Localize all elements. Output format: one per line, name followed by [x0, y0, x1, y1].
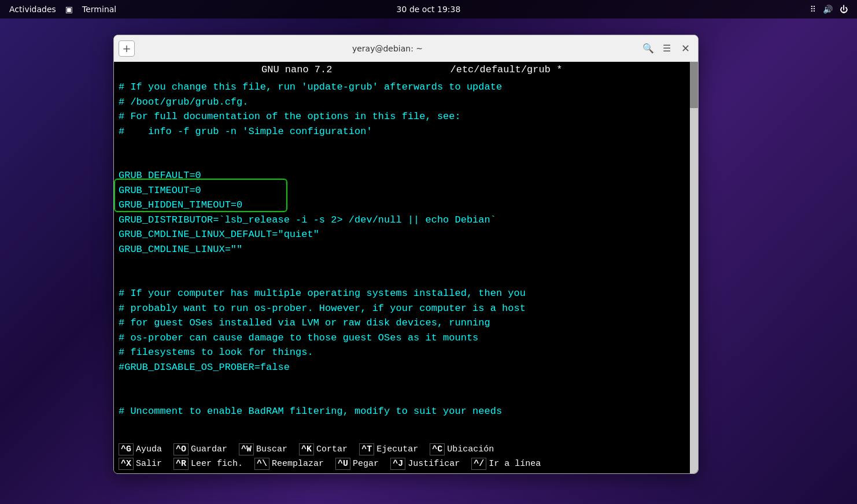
nano-bottombar: ^GAyuda^OGuardar^WBuscar^KCortar^TEjecut… — [114, 440, 698, 473]
nano-line: GRUB_HIDDEN_TIMEOUT=0 — [119, 198, 693, 213]
topbar: Actividades ▣ Terminal 30 de oct 19:38 ⠿… — [0, 0, 857, 18]
grid-icon: ⠿ — [810, 5, 816, 14]
activities-label[interactable]: Actividades — [9, 5, 56, 14]
menu-button[interactable]: ☰ — [659, 40, 675, 57]
terminal-icon: ▣ — [65, 5, 73, 14]
nano-line: GRUB_TIMEOUT=0 — [119, 183, 693, 198]
nano-line: # for guest OSes installed via LVM or ra… — [119, 316, 693, 331]
topbar-datetime: 30 de oct 19:38 — [397, 5, 461, 14]
nano-line: # probably want to run os-prober. Howeve… — [119, 301, 693, 316]
terminal-window: + yeray@debian: ~ 🔍 ☰ ✕ GNU nano 7.2 /et… — [113, 35, 699, 474]
nano-line — [119, 375, 693, 390]
shortcut-item: ^OGuardar — [173, 443, 227, 455]
shortcut-item: ^RLeer fich. — [173, 458, 243, 470]
shortcut-key: ^T — [359, 443, 374, 455]
nano-line: GRUB_DISTRIBUTOR=`lsb_release -i -s 2> /… — [119, 213, 693, 228]
shortcut-item: ^KCortar — [299, 443, 348, 455]
search-button[interactable]: 🔍 — [640, 40, 656, 57]
shortcut-key: ^\ — [254, 458, 269, 470]
shortcut-label: Cortar — [316, 444, 348, 454]
titlebar-actions: 🔍 ☰ ✕ — [640, 40, 693, 57]
nano-line: GRUB_DEFAULT=0 — [119, 168, 693, 183]
add-tab-button[interactable]: + — [119, 40, 135, 57]
shortcut-label: Pegar — [353, 459, 379, 469]
topbar-left: Actividades ▣ Terminal — [9, 5, 116, 14]
terminal-label[interactable]: Terminal — [82, 5, 116, 14]
close-icon: ✕ — [681, 42, 690, 55]
add-icon: + — [122, 42, 131, 54]
shortcut-key: ^K — [299, 443, 314, 455]
nano-line: #GRUB_DISABLE_OS_PROBER=false — [119, 360, 693, 375]
nano-content[interactable]: # If you change this file, run 'update-g… — [114, 77, 698, 440]
shortcut-label: Justificar — [408, 459, 460, 469]
nano-line — [119, 257, 693, 272]
menu-icon: ☰ — [663, 43, 671, 54]
window-titlebar: + yeray@debian: ~ 🔍 ☰ ✕ — [114, 35, 698, 62]
shortcut-key: ^C — [430, 443, 445, 455]
shortcut-key: ^X — [119, 458, 134, 470]
speaker-icon: 🔊 — [823, 5, 833, 14]
shortcut-label: Buscar — [256, 444, 287, 454]
shortcut-item: ^GAyuda — [119, 443, 162, 455]
nano-line: GRUB_CMDLINE_LINUX_DEFAULT="quiet" — [119, 227, 693, 242]
nano-line: # os-prober can cause damage to those gu… — [119, 331, 693, 346]
shortcut-key: ^O — [173, 443, 189, 455]
shortcut-key: ^G — [119, 443, 134, 455]
nano-line: # info -f grub -n 'Simple configuration' — [119, 124, 693, 139]
shortcut-key: ^W — [239, 443, 254, 455]
shortcut-item: ^CUbicación — [430, 443, 494, 455]
scrollbar[interactable] — [690, 62, 698, 473]
nano-line — [119, 390, 693, 405]
shortcut-key: ^U — [335, 458, 350, 470]
shortcut-item: ^WBuscar — [239, 443, 287, 455]
topbar-right: ⠿ 🔊 ⏻ — [810, 5, 848, 14]
shortcut-label: Ubicación — [447, 444, 494, 454]
nano-line: # If your computer has multiple operatin… — [119, 286, 693, 301]
nano-line: # /boot/grub/grub.cfg. — [119, 95, 693, 110]
shortcut-label: Ir a línea — [489, 459, 541, 469]
nano-line — [119, 139, 693, 154]
nano-line — [119, 272, 693, 287]
shortcut-item: ^TEjecutar — [359, 443, 418, 455]
shortcut-label: Leer fich. — [191, 459, 243, 469]
window-title: yeray@debian: ~ — [139, 44, 636, 53]
shortcut-key: ^J — [390, 458, 405, 470]
shortcut-item: ^XSalir — [119, 458, 162, 470]
nano-line: # filesystems to look for things. — [119, 345, 693, 360]
shortcut-key: ^/ — [471, 458, 486, 470]
shortcut-item: ^JJustificar — [390, 458, 460, 470]
shortcut-item: ^\ Reemplazar — [254, 458, 324, 470]
shortcut-label: Salir — [136, 459, 162, 469]
shortcut-label: Guardar — [191, 444, 227, 454]
close-button[interactable]: ✕ — [677, 40, 693, 57]
nano-line — [119, 154, 693, 169]
shortcut-item: ^UPegar — [335, 458, 379, 470]
shortcut-label: Reemplazar — [272, 459, 324, 469]
shortcut-label: Ayuda — [136, 444, 162, 454]
nano-line: # For full documentation of the options … — [119, 109, 693, 124]
shortcut-row-2: ^XSalir^RLeer fich.^\ Reemplazar^UPegar^… — [114, 457, 698, 471]
power-icon: ⏻ — [840, 5, 848, 14]
scrollbar-thumb[interactable] — [690, 62, 698, 108]
nano-line: GRUB_CMDLINE_LINUX="" — [119, 242, 693, 257]
nano-editor: GNU nano 7.2 /etc/default/grub * # If yo… — [114, 62, 698, 473]
shortcut-row-1: ^GAyuda^OGuardar^WBuscar^KCortar^TEjecut… — [114, 442, 698, 457]
search-icon: 🔍 — [642, 43, 654, 54]
shortcut-label: Ejecutar — [376, 444, 418, 454]
nano-titlebar: GNU nano 7.2 /etc/default/grub * — [114, 62, 698, 77]
nano-line: # Uncomment to enable BadRAM filtering, … — [119, 404, 693, 419]
shortcut-key: ^R — [173, 458, 189, 470]
shortcut-item: ^/Ir a línea — [471, 458, 541, 470]
nano-line: # If you change this file, run 'update-g… — [119, 80, 693, 95]
